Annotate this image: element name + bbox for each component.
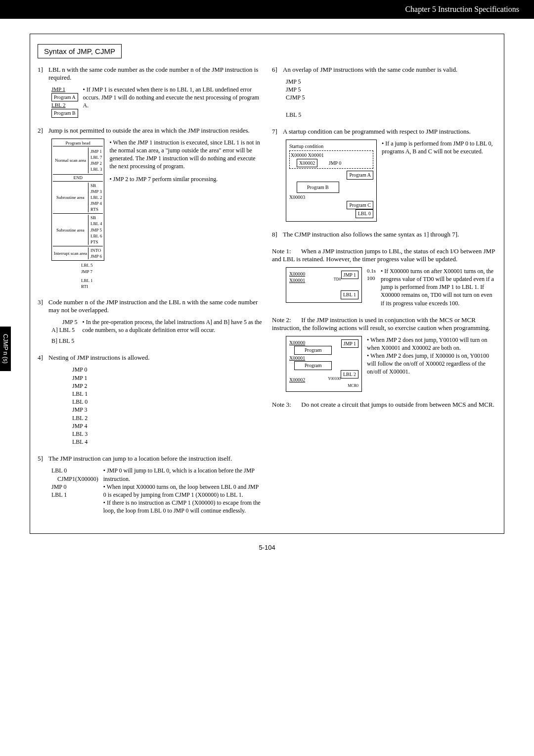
item-8: 8] The CJMP instruction also follows the… [272,231,496,238]
diagram-note1: X00000 JMP 1 X00001 TD0 LBL 1 [286,267,362,303]
right-column: 6] An overlap of JMP instructions with t… [272,66,496,523]
diagram-5: LBL 0 CJMP1(X00000) JMP 0 LBL 1 [51,467,98,499]
item-4: 4] Nesting of JMP instructions is allowe… [38,354,262,446]
note-3: Note 3: Do not create a circuit that jum… [272,401,496,409]
page-number: 5-104 [0,544,534,551]
item-5: 5] The JMP instruction can jump to a loc… [38,455,262,515]
diagram-6: JMP 5 JMP 5 CJMP 5 LBL 5 [286,78,496,119]
diagram-2: Program head Normal scan areaJMP 1 LBL 7… [51,139,104,289]
page-body: Syntax of JMP, CJMP 1] LBL n with the sa… [30,34,504,534]
note-2: Note 2: If the JMP instruction is used i… [272,316,496,392]
chapter-header: Chapter 5 Instruction Specifications [0,0,534,19]
diagram-7: Startup condition X00000 X00001 X00002 J… [286,140,377,222]
item-6: 6] An overlap of JMP instructions with t… [272,66,496,119]
item-2: 2] Jump is not permitted to outside the … [38,127,262,289]
diagram-note2: X00000 JMP 1 Program X00001 Program LBL … [286,336,362,392]
side-tab: CJMP n (s) [0,327,11,371]
note-1: Note 1: When a JMP instruction jumps to … [272,247,496,307]
diagram-1: JMP 1 Program A LBL 2 Program B [51,86,78,118]
chapter-title: Chapter 5 Instruction Specifications [405,5,519,13]
syntax-title-box: Syntax of JMP, CJMP [38,44,122,58]
item-7: 7] A startup condition can be programmed… [272,128,496,222]
diagram-3: JMP 5 A] LBL 5 B] LBL 5 [51,318,78,345]
left-column: 1] LBL n with the same code number as th… [38,66,262,523]
item-1: 1] LBL n with the same code number as th… [38,66,262,118]
item-3: 3] Code number n of the JMP instruction … [38,298,262,345]
diagram-4: JMP 0 JMP 1 JMP 2 LBL 1 LBL 0 JMP 3 LBL … [72,366,262,446]
